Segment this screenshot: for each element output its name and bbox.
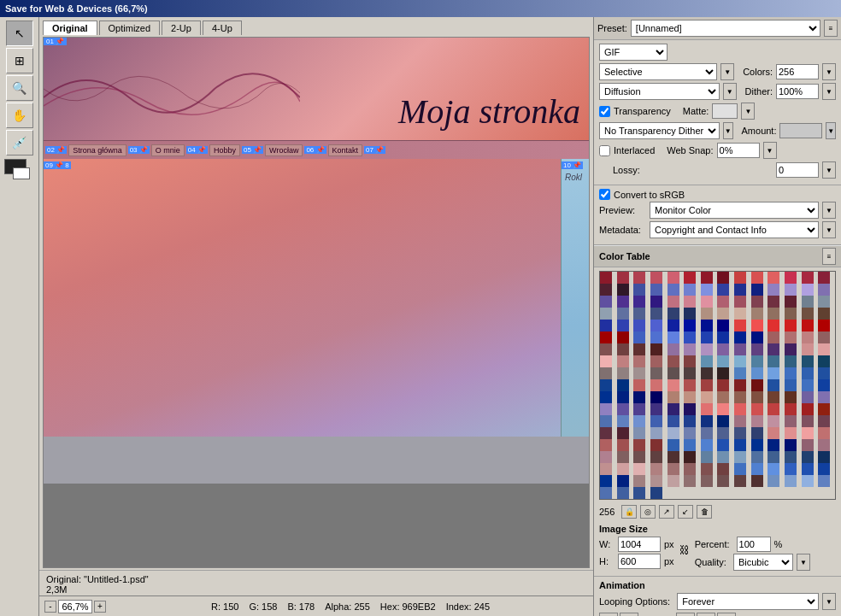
no-dither-arrow[interactable]: ▼ [723,122,733,139]
color-cell-60[interactable] [668,320,679,331]
color-cell-232[interactable] [734,463,746,475]
color-cell-82[interactable] [802,331,814,343]
color-cell-150[interactable] [767,391,779,403]
color-cell-240[interactable] [633,475,645,487]
color-cell-114[interactable] [633,367,645,379]
color-cell-56[interactable] [600,320,612,331]
color-cell-110[interactable] [802,355,814,367]
color-cell-200[interactable] [668,439,679,451]
color-cell-184[interactable] [633,427,645,439]
color-cell-170[interactable] [633,415,645,427]
color-cell-159[interactable] [684,403,696,415]
color-cell-148[interactable] [734,391,746,403]
color-cell-194[interactable] [802,427,814,439]
color-cell-133[interactable] [717,379,729,391]
tab-original[interactable]: Original [43,21,97,35]
color-cell-208[interactable] [802,439,814,451]
color-cell-235[interactable] [785,463,797,475]
color-cell-155[interactable] [617,403,629,415]
color-cell-157[interactable] [650,403,662,415]
color-cell-206[interactable] [767,439,779,451]
zoom-input[interactable] [58,600,92,613]
color-cell-138[interactable] [802,379,814,391]
color-cell-195[interactable] [818,427,830,439]
color-cell-33[interactable] [684,296,696,308]
color-cell-49[interactable] [717,308,729,320]
color-cell-116[interactable] [668,367,679,379]
color-cell-78[interactable] [734,331,746,343]
color-cell-21[interactable] [717,284,729,296]
color-cell-144[interactable] [668,391,679,403]
color-cell-145[interactable] [684,391,696,403]
color-cell-169[interactable] [617,415,629,427]
color-cell-142[interactable] [633,391,645,403]
tab-2up[interactable]: 2-Up [162,21,201,35]
color-cell-69[interactable] [818,320,830,331]
color-cell-3[interactable] [650,272,662,284]
color-cell-156[interactable] [633,403,645,415]
color-cell-168[interactable] [600,415,612,427]
color-cell-143[interactable] [650,391,662,403]
tool-arrow[interactable]: ↖ [6,21,33,46]
color-cell-242[interactable] [668,475,679,487]
color-cell-154[interactable] [600,403,612,415]
color-cell-237[interactable] [818,463,830,475]
color-cell-103[interactable] [684,355,696,367]
color-cell-239[interactable] [617,475,629,487]
color-cell-153[interactable] [818,391,830,403]
color-cell-174[interactable] [701,415,713,427]
format-select[interactable]: GIF [599,44,668,61]
color-cell-209[interactable] [818,439,830,451]
color-cell-87[interactable] [650,343,662,355]
color-cell-132[interactable] [701,379,713,391]
color-cell-102[interactable] [668,355,679,367]
color-cell-219[interactable] [751,451,763,463]
color-cell-34[interactable] [701,296,713,308]
color-cell-193[interactable] [785,427,797,439]
matte-arrow[interactable]: ▼ [741,103,755,120]
color-cell-130[interactable] [668,379,679,391]
tab-optimized[interactable]: Optimized [99,21,161,35]
color-cell-136[interactable] [767,379,779,391]
color-cell-223[interactable] [818,451,830,463]
color-cell-100[interactable] [633,355,645,367]
color-cell-47[interactable] [684,308,696,320]
color-cell-11[interactable] [785,272,797,284]
color-cell-109[interactable] [785,355,797,367]
looping-arrow[interactable]: ▼ [822,593,836,610]
zoom-minus-btn[interactable]: - [44,601,56,613]
color-cell-175[interactable] [717,415,729,427]
color-cell-6[interactable] [701,272,713,284]
preset-select[interactable]: [Unnamed] [631,20,820,37]
color-cell-135[interactable] [751,379,763,391]
color-cell-222[interactable] [802,451,814,463]
color-cell-42[interactable] [600,308,612,320]
tab-4up[interactable]: 4-Up [203,21,242,35]
color-cell-50[interactable] [734,308,746,320]
color-cell-48[interactable] [701,308,713,320]
color-cell-179[interactable] [785,415,797,427]
color-cell-106[interactable] [734,355,746,367]
color-cell-52[interactable] [767,308,779,320]
color-cell-128[interactable] [633,379,645,391]
color-cell-37[interactable] [751,296,763,308]
color-cell-68[interactable] [802,320,814,331]
color-cell-101[interactable] [650,355,662,367]
color-cell-91[interactable] [717,343,729,355]
color-cell-23[interactable] [751,284,763,296]
dither-input[interactable] [776,84,819,99]
color-cell-176[interactable] [734,415,746,427]
color-cell-231[interactable] [717,463,729,475]
color-cell-134[interactable] [734,379,746,391]
color-cell-115[interactable] [650,367,662,379]
convert-srgb-checkbox[interactable] [599,189,610,200]
color-cell-40[interactable] [802,296,814,308]
color-cell-165[interactable] [785,403,797,415]
color-cell-241[interactable] [650,475,662,487]
color-cell-20[interactable] [701,284,713,296]
dithering-arrow[interactable]: ▼ [723,83,737,100]
background-swatch[interactable] [13,167,30,179]
color-cell-73[interactable] [650,331,662,343]
color-cell-212[interactable] [633,451,645,463]
color-cell-139[interactable] [818,379,830,391]
